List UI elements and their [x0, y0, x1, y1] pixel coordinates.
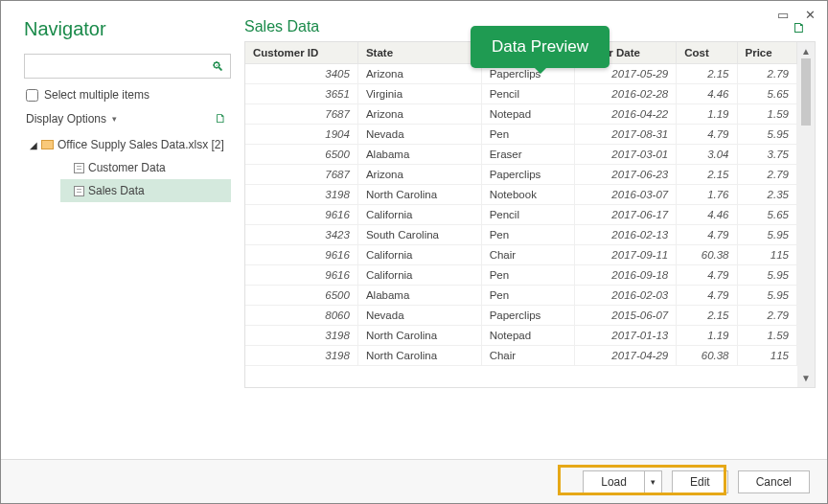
- display-options[interactable]: Display Options ▾ 🗋︎: [24, 111, 231, 126]
- callout-text: Data Preview: [492, 37, 588, 56]
- table-cell: Chair: [481, 345, 575, 365]
- table-cell: 1.76: [677, 184, 737, 204]
- table-row[interactable]: 3423South CarolinaPen2016-02-134.795.95: [245, 224, 797, 244]
- preview-table-wrap: Customer IDStateProductOrder DateCostPri…: [244, 41, 816, 388]
- table-cell: Nevada: [357, 124, 481, 144]
- table-cell: Paperclips: [481, 305, 575, 325]
- table-cell: 9616: [245, 244, 357, 264]
- table-cell: North Carolina: [357, 325, 481, 345]
- refresh-preview-icon[interactable]: 🗋︎: [792, 19, 806, 35]
- tree-root[interactable]: ◢ Office Supply Sales Data.xlsx [2]: [24, 133, 231, 156]
- table-row[interactable]: 1904NevadaPen2017-08-314.795.95: [245, 124, 797, 144]
- table-cell: 4.46: [677, 83, 737, 103]
- load-button[interactable]: Load: [583, 470, 644, 493]
- table-cell: 2017-06-23: [575, 164, 677, 184]
- table-row[interactable]: 7687ArizonaPaperclips2017-06-232.152.79: [245, 164, 797, 184]
- table-row[interactable]: 9616CaliforniaChair2017-09-1160.38115: [245, 244, 797, 264]
- table-cell: California: [357, 264, 481, 285]
- table-row[interactable]: 3198North CarolinaChair2017-04-2960.3811…: [245, 345, 797, 365]
- column-header[interactable]: Cost: [677, 42, 737, 63]
- table-cell: 5.95: [737, 264, 796, 285]
- table-cell: Notepad: [481, 325, 575, 345]
- table-cell: 2016-02-28: [575, 83, 677, 103]
- table-cell: 8060: [245, 305, 357, 325]
- sheet-icon: [74, 163, 84, 173]
- footer: Load ▾ Edit Cancel: [1, 459, 827, 503]
- cancel-button[interactable]: Cancel: [738, 470, 810, 493]
- tree-root-label: Office Supply Sales Data.xlsx [2]: [58, 138, 224, 151]
- table-cell: 3.04: [677, 144, 737, 164]
- table-row[interactable]: 3198North CarolinaNotepad2017-01-131.191…: [245, 325, 797, 345]
- tree-item-customer-data[interactable]: Customer Data: [60, 156, 231, 179]
- tree-item-label: Sales Data: [88, 184, 145, 197]
- table-cell: Notepad: [481, 103, 575, 124]
- table-cell: 2016-02-13: [575, 224, 677, 244]
- table-cell: 4.79: [677, 264, 737, 285]
- column-header[interactable]: State: [357, 42, 481, 63]
- table-cell: 7687: [245, 164, 357, 184]
- scroll-thumb[interactable]: [801, 58, 811, 126]
- table-cell: South Carolina: [357, 224, 481, 244]
- refresh-tree-icon[interactable]: 🗋︎: [215, 111, 231, 126]
- table-cell: 1.59: [737, 325, 796, 345]
- table-cell: 2.79: [737, 63, 796, 83]
- table-cell: 9616: [245, 264, 357, 285]
- table-cell: 3405: [245, 63, 357, 83]
- table-cell: 60.38: [677, 345, 737, 365]
- table-cell: Pen: [481, 224, 575, 244]
- scroll-up-icon[interactable]: ▲: [801, 46, 811, 57]
- edit-button[interactable]: Edit: [672, 470, 728, 493]
- table-cell: 6500: [245, 144, 357, 164]
- select-multiple-label: Select multiple items: [44, 88, 150, 102]
- table-cell: Pen: [481, 285, 575, 305]
- preview-table: Customer IDStateProductOrder DateCostPri…: [245, 42, 797, 366]
- column-header[interactable]: Customer ID: [245, 42, 357, 63]
- table-cell: 7687: [245, 103, 357, 124]
- display-options-label: Display Options: [26, 112, 106, 126]
- table-row[interactable]: 9616CaliforniaPen2016-09-184.795.95: [245, 264, 797, 285]
- table-cell: Virginia: [357, 83, 481, 103]
- table-cell: 9616: [245, 204, 357, 224]
- table-row[interactable]: 3651VirginiaPencil2016-02-284.465.65: [245, 83, 797, 103]
- table-cell: North Carolina: [357, 184, 481, 204]
- table-cell: 4.79: [677, 124, 737, 144]
- tree-item-sales-data[interactable]: Sales Data: [60, 179, 231, 202]
- search-input[interactable]: [25, 55, 207, 78]
- preview-title: Sales Data: [244, 18, 319, 35]
- table-cell: Nevada: [357, 305, 481, 325]
- search-box[interactable]: 🔍︎: [24, 54, 231, 79]
- vertical-scrollbar[interactable]: ▲ ▼: [797, 42, 815, 387]
- select-multiple-items[interactable]: Select multiple items: [24, 88, 231, 102]
- table-row[interactable]: 3198North CarolinaNotebook2016-03-071.76…: [245, 184, 797, 204]
- table-cell: 2.79: [737, 305, 796, 325]
- table-cell: 3651: [245, 83, 357, 103]
- table-cell: California: [357, 244, 481, 264]
- table-cell: 2.79: [737, 164, 796, 184]
- collapse-icon[interactable]: ◢: [30, 140, 37, 150]
- table-row[interactable]: 9616CaliforniaPencil2017-06-174.465.65: [245, 204, 797, 224]
- table-row[interactable]: 8060NevadaPaperclips2015-06-072.152.79: [245, 305, 797, 325]
- table-cell: 5.65: [737, 204, 796, 224]
- table-cell: 2017-06-17: [575, 204, 677, 224]
- table-cell: 2017-03-01: [575, 144, 677, 164]
- select-multiple-checkbox[interactable]: [26, 89, 38, 102]
- table-cell: Pen: [481, 264, 575, 285]
- column-header[interactable]: Price: [737, 42, 796, 63]
- search-icon[interactable]: 🔍︎: [212, 59, 224, 74]
- chevron-down-icon: ▾: [112, 114, 117, 124]
- scroll-down-icon[interactable]: ▼: [801, 373, 811, 383]
- table-cell: 3198: [245, 345, 357, 365]
- table-row[interactable]: 7687ArizonaNotepad2016-04-221.191.59: [245, 103, 797, 124]
- table-cell: Pen: [481, 124, 575, 144]
- table-cell: Paperclips: [481, 164, 575, 184]
- table-cell: 2.15: [677, 63, 737, 83]
- callout-data-preview: Data Preview: [471, 26, 610, 68]
- table-row[interactable]: 6500AlabamaPen2016-02-034.795.95: [245, 285, 797, 305]
- table-cell: Pencil: [481, 83, 575, 103]
- table-row[interactable]: 6500AlabamaEraser2017-03-013.043.75: [245, 144, 797, 164]
- table-cell: 2015-06-07: [575, 305, 677, 325]
- table-cell: 2.15: [677, 305, 737, 325]
- load-dropdown-button[interactable]: ▾: [644, 470, 662, 493]
- table-cell: 3198: [245, 184, 357, 204]
- table-cell: 1.19: [677, 325, 737, 345]
